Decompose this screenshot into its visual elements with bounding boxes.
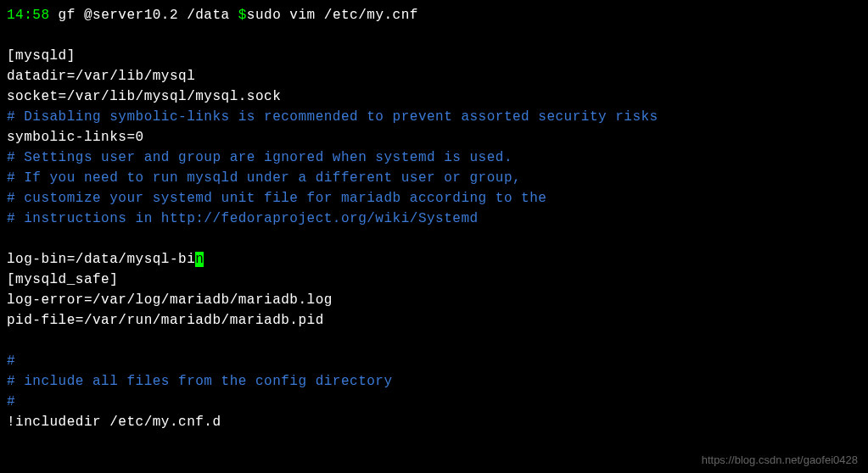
- comment-line: # instructions in http://fedoraproject.o…: [7, 209, 861, 229]
- prompt-dollar: $: [238, 8, 247, 23]
- comment-line: # Settings user and group are ignored wh…: [7, 147, 861, 168]
- logbin-text: log-bin=/data/mysql-bi: [7, 252, 195, 267]
- config-pid-file: pid-file=/var/run/mariadb/mariadb.pid: [7, 310, 861, 331]
- blank-line: [7, 331, 861, 351]
- section-mysqld: [mysqld]: [7, 46, 861, 66]
- config-symbolic-links: symbolic-links=0: [7, 127, 861, 147]
- blank-line: [7, 25, 861, 46]
- watermark: https://blog.csdn.net/gaofei0428: [702, 454, 858, 466]
- comment-line: # customize your systemd unit file for m…: [7, 188, 861, 209]
- comment-line: #: [7, 392, 861, 412]
- prompt-line[interactable]: 14:58 gf @server10.2 /data $sudo vim /et…: [7, 5, 861, 25]
- config-socket: socket=/var/lib/mysql/mysql.sock: [7, 86, 861, 107]
- blank-line: [7, 229, 861, 249]
- comment-line: # Disabling symbolic-links is recommende…: [7, 107, 861, 127]
- prompt-userhost: gf @server10.2 /data: [50, 8, 238, 23]
- prompt-command: sudo vim /etc/my.cnf: [247, 8, 418, 23]
- cursor: n: [195, 252, 204, 267]
- config-log-error: log-error=/var/log/mariadb/mariadb.log: [7, 290, 861, 310]
- comment-line: # include all files from the config dire…: [7, 371, 861, 392]
- config-log-bin: log-bin=/data/mysql-bin: [7, 249, 861, 270]
- section-mysqld-safe: [mysqld_safe]: [7, 270, 861, 290]
- comment-line: #: [7, 351, 861, 371]
- config-includedir: !includedir /etc/my.cnf.d: [7, 412, 861, 432]
- config-datadir: datadir=/var/lib/mysql: [7, 66, 861, 86]
- prompt-time: 14:58: [7, 8, 50, 23]
- comment-line: # If you need to run mysqld under a diff…: [7, 168, 861, 188]
